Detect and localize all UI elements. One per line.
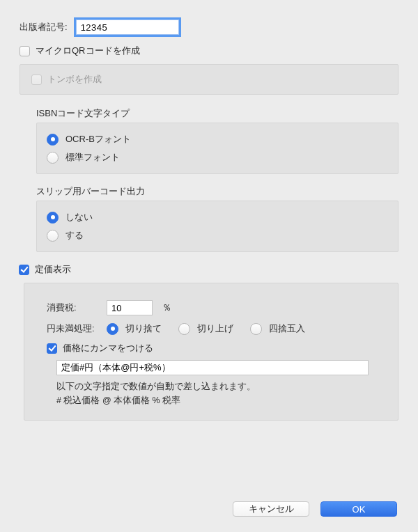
template-input[interactable] [56,360,369,375]
slip-barcode-title: スリップ用バーコード出力 [36,185,398,198]
isbn-font-ocrb-label: OCR-Bフォント [65,133,131,146]
trim-label: トンボを作成 [47,73,102,86]
isbn-font-title: ISBNコード文字タイプ [36,107,398,120]
slip-no-label: しない [65,211,93,224]
tax-input[interactable] [107,300,153,315]
help-line1: 以下の文字指定で数値が自動で差し込まれます。 [56,380,387,393]
round-down-label: 切り捨て [125,322,162,335]
comma-checkbox[interactable] [47,343,57,354]
tax-label: 消費税: [47,302,97,314]
cancel-button[interactable]: キャンセル [233,501,309,517]
round-down-radio[interactable] [107,323,118,335]
slip-no-radio[interactable] [47,212,59,224]
micro-qr-label: マイクロQRコードを作成 [36,45,140,57]
round-half-label: 四捨五入 [269,322,305,335]
isbn-font-standard-radio[interactable] [47,152,59,164]
publisher-input[interactable] [76,19,179,35]
ok-button[interactable]: OK [320,501,397,517]
slip-yes-radio[interactable] [47,230,59,242]
help-line2: # 税込価格 @ 本体価格 % 税率 [56,393,387,407]
isbn-font-standard-label: 標準フォント [65,151,120,164]
round-half-radio[interactable] [250,323,262,335]
round-up-radio[interactable] [178,323,190,335]
isbn-font-ocrb-radio[interactable] [47,134,59,146]
publisher-label: 出版者記号: [20,21,68,33]
trim-checkbox [31,75,42,85]
show-price-label: 定価表示 [35,263,71,276]
round-up-label: 切り上げ [197,322,233,335]
slip-yes-label: する [65,229,84,242]
rounding-label: 円未満処理: [47,322,97,335]
comma-label: 価格にカンマをつける [63,342,153,354]
tax-unit: ％ [162,302,171,314]
micro-qr-checkbox[interactable] [20,46,30,56]
show-price-checkbox[interactable] [19,265,29,275]
